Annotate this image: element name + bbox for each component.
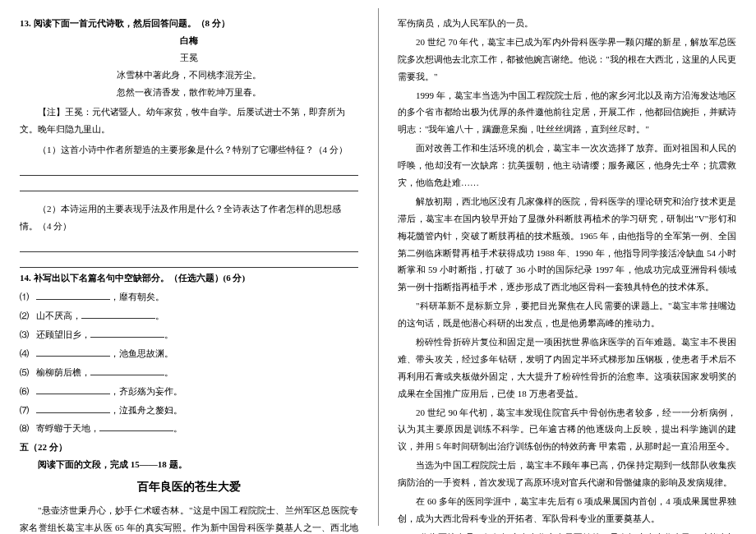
fill-pre: 榆柳荫后檐，	[36, 364, 90, 381]
fill-item: ⑶还顾望旧乡，。	[20, 326, 358, 343]
answer-blank	[20, 161, 358, 176]
fill-num: ⑻	[20, 420, 36, 437]
fill-item: ⑵山不厌高，。	[20, 307, 358, 325]
essay-para: 在 60 多年的医同学涯中，葛宝丰先后有 6 项成果属国内首创，4 项成果属世界…	[398, 493, 736, 527]
fill-blank	[99, 424, 173, 432]
fill-num: ⑺	[20, 402, 36, 419]
essay-para: 军伤病员，成为人民军队的一员。	[398, 15, 736, 32]
fill-post: 。	[164, 364, 173, 381]
fill-num: ⑷	[20, 345, 36, 362]
fill-blank	[90, 367, 164, 375]
answer-blank	[20, 237, 358, 252]
fill-blank	[36, 348, 110, 357]
q13-sub2: （2）本诗运用的主要表现手法及作用是什么？全诗表达了作者怎样的思想感情。（4 分…	[20, 200, 358, 235]
fill-num: ⑶	[20, 326, 36, 343]
fill-post: ，齐彭殇为妄作。	[110, 383, 182, 400]
fill-post: ，靡有朝矣。	[110, 288, 164, 306]
fill-item: ⑺，泣孤舟之嫠妇。	[20, 402, 358, 419]
fill-item: ⑹，齐彭殇为妄作。	[20, 383, 358, 400]
essay-para: 当选为中国工程院院士后，葛宝丰不顾年事已高，仍保持定期到一线部队收集疾病防治的一…	[398, 457, 736, 491]
poem-title: 白梅	[20, 32, 358, 49]
answer-blank	[20, 177, 358, 192]
fill-num: ⑵	[20, 307, 36, 325]
essay-title: 百年良医的苍生大爱	[20, 476, 358, 499]
spacer	[20, 193, 358, 198]
essay-para: "悬壶济世秉丹心，妙手仁术暖杏林。"这是中国工程院院士、兰州军区总医院专家名誉组…	[20, 502, 358, 534]
fill-pre: 山不厌高，	[36, 307, 81, 325]
q14-header: 14. 补写出以下名篇名句中空缺部分。（任选六题）(6 分)	[20, 269, 358, 287]
essay-para: 解放初期，西北地区没有几家像样的医院，骨科医学的理论研究和治疗技术更是滞后，葛宝…	[398, 193, 736, 296]
fill-blank	[36, 386, 110, 394]
fill-item: ⑸榆柳荫后檐，。	[20, 364, 358, 381]
poem-line-1: 冰雪林中著此身，不同桃李混芳尘。	[20, 67, 358, 84]
q13-sub1: （1）这首小诗中作者所塑造的主要形象是什么？特别了它哪些特征？（4 分）	[20, 141, 358, 159]
fill-post: 。	[173, 420, 182, 437]
fill-pre: 还顾望旧乡，	[36, 326, 90, 343]
fill-num: ⑴	[20, 288, 36, 306]
essay-para: "作为医护人员，仅仅把病人当作亲人是不够的，只有把病人当作自己，才能真切地感受到…	[398, 529, 736, 534]
fill-blank	[36, 405, 110, 413]
fill-pre: 寄蜉蝣于天地，	[36, 420, 99, 437]
answer-blank	[20, 254, 358, 269]
read-prompt: 阅读下面的文段，完成 15——18 题。	[20, 456, 358, 473]
fill-num: ⑸	[20, 364, 36, 381]
fill-post: 。	[155, 307, 164, 325]
essay-para: 20 世纪 90 年代初，葛宝丰发现住院官兵中骨创伤患者较多，经一一分析病例，认…	[398, 404, 736, 456]
section-5: 五（22 分）	[20, 439, 358, 456]
fill-item: ⑷，池鱼思故渊。	[20, 345, 358, 362]
q13-header: 13. 阅读下面一首元代诗歌，然后回答问题。（8 分）	[20, 15, 358, 32]
fill-post: ，泣孤舟之嫠妇。	[110, 402, 182, 419]
fill-post: 。	[164, 326, 173, 343]
fill-blank	[90, 329, 164, 338]
left-column: 13. 阅读下面一首元代诗歌，然后回答问题。（8 分） 白梅 王冕 冰雪林中著此…	[0, 0, 378, 534]
essay-para: "科研革新不是标新立异，要把目光聚焦在人民需要的课题上。"葛宝丰常挂嘴边的这句话…	[398, 297, 736, 332]
right-column: 军伤病员，成为人民军队的一员。 20 世纪 70 年代，葛宝丰已成为军内外骨科医…	[378, 0, 756, 534]
essay-para: 面对改善工作和生活环境的机会，葛宝丰一次次选择了放弃。面对祖国和人民的呼唤，他却…	[398, 140, 736, 191]
poem-line-2: 忽然一夜清香发，散作乾坤万里春。	[20, 84, 358, 101]
fill-blank	[36, 292, 110, 300]
fill-post: ，池鱼思故渊。	[110, 345, 173, 362]
essay-para: 1999 年，葛宝丰当选为中国工程院院士后，他的家乡河北以及南方沿海发达地区的多…	[398, 87, 736, 139]
fill-num: ⑹	[20, 383, 36, 400]
fill-blank	[81, 311, 155, 319]
essay-para: 粉碎性骨折碎片复位和固定是一项困扰世界临床医学的百年难题。葛宝丰不畏困难、带头攻…	[398, 334, 736, 403]
essay-para: 20 世纪 70 年代，葛宝丰已成为军内外骨科医学界一颗闪耀的新星，解放军总医院…	[398, 34, 736, 85]
fill-item: ⑻寄蜉蝣于天地，。	[20, 420, 358, 437]
poem-note: 【注】王冕：元代诸暨人。幼年家贫，牧牛自学。后屡试进士不第，即弃所为文。晚年归隐…	[20, 104, 358, 138]
poem-author: 王冕	[20, 49, 358, 67]
fill-item: ⑴，靡有朝矣。	[20, 288, 358, 306]
